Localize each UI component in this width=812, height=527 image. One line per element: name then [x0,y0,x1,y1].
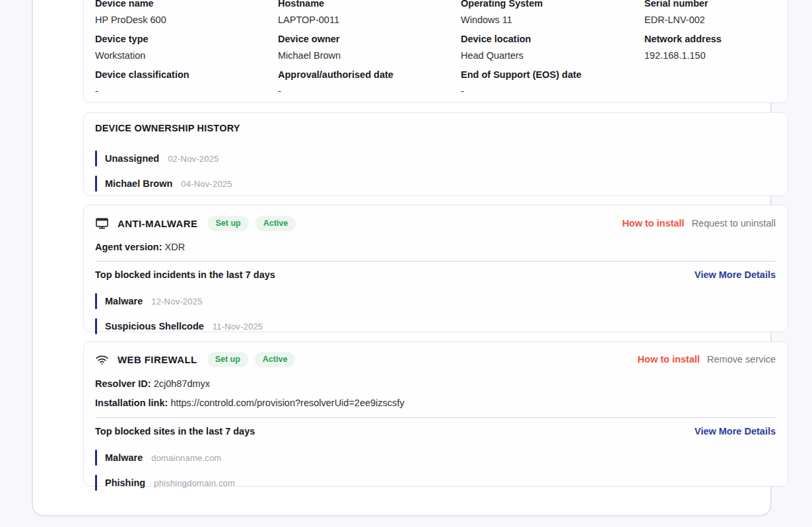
request-uninstall-link[interactable]: Request to uninstall [692,218,776,228]
owner-name: Unassigned [105,153,159,164]
field-network-address: Network address 192.168.1.150 [644,32,776,62]
field-label: Device type [95,32,278,46]
page: Device name HP ProDesk 600 Hostname LAPT… [0,0,812,527]
ownership-history-card: DEVICE OWNERSHIP HISTORY Unassigned 02-N… [83,112,788,196]
field-device-type: Device type Workstation [95,32,278,62]
blocked-incident-item: Malware 12-Nov-2025 [95,293,776,309]
field-approval-date: Approval/authorised date - [278,68,461,98]
field-eos-date: End of Support (EOS) date - [461,68,644,98]
field-label: Device owner [278,32,461,46]
ownership-history-list: Unassigned 02-Nov-2025 Michael Brown 04-… [95,151,776,192]
site-domain: phishingdomain.com [154,478,235,488]
accent-bar [95,318,97,334]
blocked-sites-list: Malware domainname.com Phishing phishing… [95,450,776,491]
blocked-incidents-title: Top blocked incidents in the last 7 days [95,269,275,280]
owner-name: Michael Brown [105,178,172,189]
anti-malware-title: ANTI-MALWARE [118,218,197,229]
incident-date: 12-Nov-2025 [151,297,202,306]
blocked-sites-row: Top blocked sites in the last 7 days Vie… [95,426,776,437]
field-label: Device name [95,0,278,10]
field-value: - [278,85,461,98]
field-device-name: Device name HP ProDesk 600 [95,0,278,26]
field-value: Windows 11 [461,13,644,26]
field-label: Operating System [461,0,644,10]
blocked-site-item: Phishing phishingdomain.com [95,475,776,491]
owner-date: 04-Nov-2025 [181,179,232,189]
field-value: 192.168.1.150 [644,49,776,62]
view-more-details-link[interactable]: View More Details [694,426,776,437]
installation-link-value: https://controld.com/provision?resolverU… [170,398,404,408]
how-to-install-link[interactable]: How to install [638,354,700,365]
site-domain: domainname.com [151,453,221,463]
active-badge: Active [255,352,296,367]
field-value: - [461,85,644,98]
field-serial-number: Serial number EDR-LNV-002 [644,0,776,26]
accent-bar [95,450,97,466]
installation-link-line: Installation link: https://controld.com/… [95,396,776,409]
field-value: Workstation [95,49,278,62]
wifi-icon [95,353,109,367]
resolver-id-value: 2cj0h87dmyx [154,378,210,389]
device-info-grid: Device name HP ProDesk 600 Hostname LAPT… [95,0,776,104]
setup-badge: Set up [207,352,248,367]
installation-link-label: Installation link: [95,398,168,408]
owner-date: 02-Nov-2025 [168,154,219,164]
field-empty [644,68,776,98]
incident-date: 11-Nov-2025 [213,322,263,332]
web-firewall-title: WEB FIREWALL [118,354,197,365]
field-hostname: Hostname LAPTOP-0011 [278,0,461,26]
site-category: Malware [105,452,143,463]
resolver-id-line: Resolver ID: 2cj0h87dmyx [95,377,776,390]
web-firewall-card: WEB FIREWALL Set up Active How to instal… [83,341,788,487]
incident-name: Suspicious Shellcode [105,321,204,332]
anti-malware-header: ANTI-MALWARE Set up Active How to instal… [95,215,776,231]
agent-version-line: Agent version: XDR [95,240,776,254]
remove-service-link[interactable]: Remove service [707,354,776,365]
view-more-details-link[interactable]: View More Details [694,269,776,280]
field-value: Head Quarters [461,49,644,62]
field-value: HP ProDesk 600 [95,13,278,26]
field-value: LAPTOP-0011 [278,13,461,26]
incident-name: Malware [105,296,143,306]
field-device-classification: Device classification - [95,68,278,98]
blocked-incidents-list: Malware 12-Nov-2025 Suspicious Shellcode… [95,293,776,334]
blocked-sites-title: Top blocked sites in the last 7 days [95,426,255,437]
field-device-owner: Device owner Michael Brown [278,32,461,62]
blocked-site-item: Malware domainname.com [95,450,776,466]
ownership-item: Unassigned 02-Nov-2025 [95,151,776,166]
agent-version-value: XDR [165,242,186,252]
field-label: Hostname [278,0,461,10]
resolver-id-label: Resolver ID: [95,378,151,389]
divider [95,261,776,262]
field-value: Michael Brown [278,49,461,62]
ownership-item: Michael Brown 04-Nov-2025 [95,176,776,192]
agent-version-label: Agent version: [95,242,162,252]
accent-bar [95,176,97,192]
accent-bar [95,475,97,491]
accent-bar [95,293,97,309]
blocked-incident-item: Suspicious Shellcode 11-Nov-2025 [95,318,776,334]
field-label: Device location [461,32,644,46]
accent-bar [95,151,97,166]
anti-malware-actions: How to install Request to uninstall [622,218,776,228]
setup-badge: Set up [207,216,248,231]
field-operating-system: Operating System Windows 11 [461,0,644,26]
divider [95,417,776,418]
device-info-card: Device name HP ProDesk 600 Hostname LAPT… [83,0,788,103]
ownership-history-title: DEVICE OWNERSHIP HISTORY [95,122,776,135]
anti-malware-card: ANTI-MALWARE Set up Active How to instal… [83,205,788,332]
field-label: Serial number [644,0,776,10]
field-label: End of Support (EOS) date [461,68,644,81]
field-label: Device classification [95,68,278,81]
field-label: Approval/authorised date [278,68,461,81]
web-firewall-actions: How to install Remove service [638,354,776,365]
active-badge: Active [255,216,296,231]
field-value: EDR-LNV-002 [644,13,776,26]
field-value: - [95,85,278,98]
how-to-install-link[interactable]: How to install [622,218,684,228]
blocked-incidents-row: Top blocked incidents in the last 7 days… [95,269,776,280]
site-category: Phishing [105,477,145,488]
monitor-icon [95,217,109,230]
device-detail-panel: Device name HP ProDesk 600 Hostname LAPT… [32,0,772,516]
field-device-location: Device location Head Quarters [461,32,644,62]
